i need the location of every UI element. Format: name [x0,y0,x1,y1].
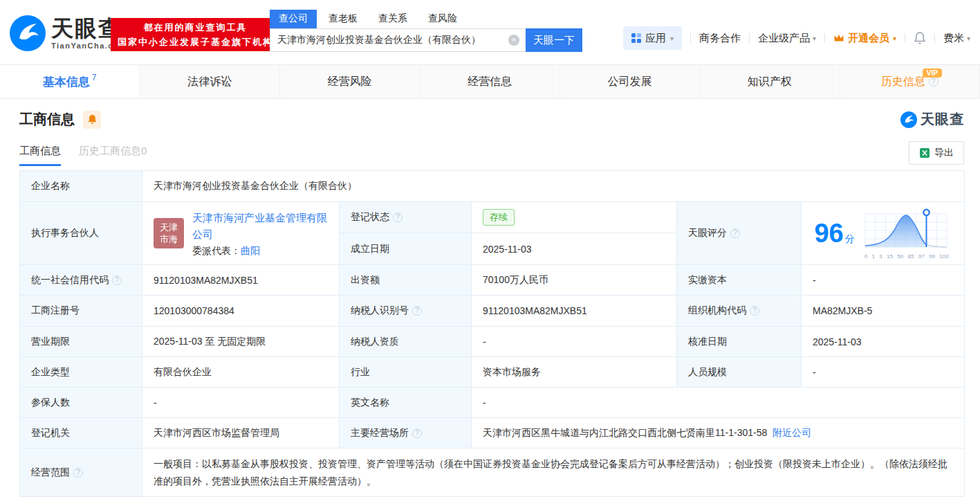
tianyancha-watermark: 天眼查 [900,110,964,129]
vip-upgrade-label: 开通会员 [848,32,889,45]
slogan-line2: 国家中小企业发展子基金旗下机构 [118,35,273,49]
partner-value: 天津市海 天津市海河产业基金管理有限公司 委派代表：曲阳 [142,202,340,265]
industry-value: 资本市场服务 [472,357,677,388]
regno-label: 工商注册号 [20,296,142,327]
chevron-down-icon: ▾ [967,35,970,42]
delegate-name-link[interactable]: 曲阳 [241,245,260,256]
capital-value: 70100万人民币 [472,265,677,296]
help-icon[interactable] [112,275,122,285]
delegate-label: 委派代表： [192,245,241,256]
paid-capital-label: 实缴资本 [677,265,802,296]
term-label: 营业期限 [20,327,142,357]
tab-intellectual-property[interactable]: 知识产权 [700,65,840,98]
bell-icon [87,114,98,125]
search-tab-company[interactable]: 查公司 [270,10,317,28]
subtab-history-business-info[interactable]: 历史工商信息0 [79,145,147,166]
score-value-cell: 96分 [802,202,965,265]
score-unit: 分 [845,233,855,244]
regno-value: 120103000784384 [142,296,340,327]
tab-business-info[interactable]: 经营信息 [420,65,560,98]
clear-search-icon[interactable] [508,35,519,46]
business-info-section: 工商信息 天眼查 工商信息 历史工商信息0 [0,99,980,497]
tab-label: 公司发展 [607,75,651,89]
address-value: 天津市河西区黑牛城道与内江北路交口西北侧七贤南里11-1-301-58 附近公司 [472,418,965,448]
notifications-bell-icon[interactable] [914,32,926,45]
search-tab-boss[interactable]: 查老板 [320,10,367,28]
partner-label: 执行事务合伙人 [20,202,142,265]
tianyancha-logo-icon [10,15,46,51]
export-button[interactable]: 导出 [909,141,964,165]
top-header: 天眼查 TianYanCha.com 都在用的商业查询工具 国家中小企业发展子基… [0,0,980,64]
apps-label: 应用 [645,32,666,45]
company-type-label: 企业类型 [20,357,142,388]
help-icon[interactable] [929,77,939,87]
search-tab-risk[interactable]: 查风险 [419,10,466,28]
partner-company-logo: 天津市海 [154,218,184,248]
apps-grid-icon [631,33,641,43]
business-cooperation-link[interactable]: 商务合作 [699,32,741,45]
chevron-down-icon: ▾ [893,35,896,42]
tab-history-info[interactable]: VIP 历史信息 [840,65,980,98]
orgcode-value: MA82MJXB-5 [802,296,965,327]
table-row: 登记机关 天津市河西区市场监督管理局 主要经营场所 天津市河西区黑牛城道与内江北… [20,418,965,448]
help-icon[interactable] [750,306,759,316]
orgcode-label: 组织机构代码 [677,296,802,327]
score-label: 天眼评分 [677,202,802,265]
term-value: 2025-11-03 至 无固定期限 [142,327,340,357]
business-info-table: 企业名称 天津市海河创业投资基金合伙企业（有限合伙） 执行事务合伙人 天津市海 … [19,170,965,497]
tab-operational-risk[interactable]: 经营风险 [280,65,420,98]
table-row: 企业类型 有限合伙企业 行业 资本市场服务 人员规模 - [20,357,965,388]
english-name-value: - [472,388,965,418]
search-tab-relation[interactable]: 查关系 [369,10,416,28]
tianyancha-logo[interactable]: 天眼查 TianYanCha.com [10,15,127,51]
status-badge: 存续 [483,209,515,226]
taxid-label: 纳税人识别号 [340,296,472,327]
address-label: 主要经营场所 [340,418,472,448]
staff-size-label: 人员规模 [677,357,802,388]
business-scope-value: 一般项目：以私募基金从事股权投资、投资管理、资产管理等活动（须在中国证券投资基金… [142,448,965,497]
tianyancha-logo-icon [900,111,917,128]
crown-icon [833,33,844,43]
divider [749,33,750,43]
tab-count: 7 [92,73,97,82]
tab-company-development[interactable]: 公司发展 [560,65,700,98]
export-label: 导出 [934,147,954,159]
search-button[interactable]: 天眼一下 [526,28,582,52]
apps-menu[interactable]: 应用 ▾ [623,26,682,50]
nearby-companies-link[interactable]: 附近公司 [773,427,811,438]
tab-label: 知识产权 [748,75,792,89]
vip-upgrade-link[interactable]: 开通会员 ▾ [833,32,896,45]
enterprise-products-menu[interactable]: 企业级产品 ▾ [758,32,816,45]
subscribe-bell-button[interactable] [83,111,101,129]
score-curve [862,207,952,251]
tab-basic-info[interactable]: 基本信息7 [0,65,140,98]
user-menu[interactable]: 费米 ▾ [943,32,970,45]
staff-size-value: - [802,357,965,388]
table-row: 统一社会信用代码 91120103MA82MJXB51 出资额 70100万人民… [20,265,965,296]
subtab-business-info[interactable]: 工商信息 [19,145,61,166]
help-icon[interactable] [412,428,422,438]
established-label: 成立日期 [340,233,472,265]
company-name-label: 企业名称 [20,171,142,202]
table-row: 参保人数 - 英文名称 - [20,388,965,418]
tab-legal-proceedings[interactable]: 法律诉讼 [140,65,279,98]
username: 费米 [943,32,964,45]
score-chart-ticks: 0131550859799100 [865,253,949,260]
search-input[interactable] [270,28,526,52]
registration-authority-value: 天津市河西区市场监督管理局 [142,418,340,448]
registration-authority-label: 登记机关 [20,418,142,448]
paid-capital-value: - [802,265,965,296]
table-row: 经营范围 一般项目：以私募基金从事股权投资、投资管理、资产管理等活动（须在中国证… [20,448,965,497]
help-icon[interactable] [730,228,740,238]
partner-company-link[interactable]: 天津市海河产业基金管理有限公司 [192,210,328,243]
insured-value: - [142,388,340,418]
help-icon[interactable] [393,212,403,222]
help-icon[interactable] [412,306,422,316]
tax-qualification-label: 纳税人资质 [340,327,472,357]
divider [934,33,935,43]
score-distribution-chart: 0131550859799100 [862,207,952,260]
english-name-label: 英文名称 [340,388,472,418]
help-icon[interactable] [73,468,83,478]
industry-label: 行业 [340,357,472,388]
table-row: 工商注册号 120103000784384 纳税人识别号 91120103MA8… [20,296,965,327]
